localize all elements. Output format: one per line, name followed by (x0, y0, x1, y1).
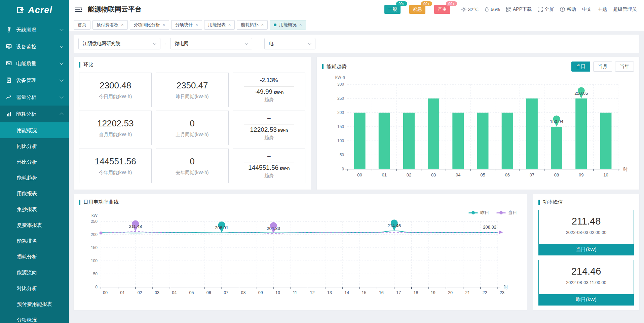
power-peak-panel: 功率峰值 211.48 2022-08-03 02:00:00 当日(kW) 2… (533, 194, 639, 310)
svg-text:211.48: 211.48 (129, 224, 142, 229)
thermometer-icon (6, 27, 12, 33)
sidebar-subitem-能耗排名[interactable]: 能耗排名 (0, 233, 69, 249)
brand-name: Acrel (28, 5, 52, 15)
chevron-up-icon (60, 113, 63, 116)
legend-marker (468, 212, 478, 213)
tab-首页[interactable]: 首页 (74, 20, 90, 30)
tab-close-icon[interactable]: × (228, 23, 231, 27)
alarm-badge-一般[interactable]: 一般99+ (384, 5, 401, 14)
help-link[interactable]: ? 帮助 (560, 6, 576, 12)
svg-text:214.46: 214.46 (387, 223, 401, 228)
network-select[interactable]: 微电网 (170, 38, 252, 49)
sidebar-subitem-能源流向[interactable]: 能源流向 (0, 265, 69, 280)
ring-comparison-panel: 环比 2300.48今日用能(kW·h)2350.47昨日同期(kW·h)-2.… (74, 57, 311, 190)
period-button-当年[interactable]: 当年 (615, 62, 634, 72)
trend-unit: kW·h (278, 128, 288, 133)
peak-time: 2022-08-03 02:00:00 (539, 230, 634, 235)
stat-card: 0上月同期(kW·h) (156, 111, 228, 145)
sidebar-subitem-预付费用能报表[interactable]: 预付费用能报表 (0, 296, 69, 312)
peak-card-today: 211.48 2022-08-03 02:00:00 当日(kW) (538, 210, 634, 255)
sidebar-item-电能质量[interactable]: 电能质量 (0, 55, 69, 72)
sidebar-subitem-同比分析[interactable]: 同比分析 (0, 138, 69, 154)
app-root: Acrel 无线测温设备监控电能质量设备管理需量分析能耗分析用能概况同比分析环比… (0, 0, 644, 323)
device-icon (6, 77, 12, 83)
tab-label: 预付费看板 (97, 22, 118, 28)
sidebar-subitem-复费率报表[interactable]: 复费率报表 (0, 217, 69, 233)
chevron-down-icon (60, 61, 63, 65)
sidebar-item-设备监控[interactable]: 设备监控 (0, 38, 69, 55)
tab-close-icon[interactable]: × (195, 23, 198, 27)
sidebar-item-能耗分析[interactable]: 能耗分析 (0, 106, 69, 122)
sidebar-subitem-集抄报表[interactable]: 集抄报表 (0, 201, 69, 217)
stat-label: 去年同期(kW·h) (176, 170, 209, 176)
user-menu[interactable]: 超级管理员 (613, 6, 637, 12)
alarm-badge-严重[interactable]: 严重99+ (434, 5, 450, 14)
sidebar-subitem-分项概况[interactable]: 分项概况 (0, 312, 69, 323)
period-button-当月[interactable]: 当月 (593, 62, 612, 72)
stat-label: 今日用能(kW·h) (99, 94, 132, 100)
alarm-badge-紧急[interactable]: 紧急99+ (409, 5, 425, 14)
energy-icon (6, 111, 12, 117)
legend-label: 当日 (508, 210, 517, 216)
legend-item-昨日[interactable]: 昨日 (468, 210, 489, 216)
energy-type-select[interactable]: 电 (264, 38, 315, 49)
tab-分项统计[interactable]: 分项统计× (171, 20, 202, 30)
sun-icon (461, 7, 466, 12)
stat-label: 今年用能(kW·h) (99, 170, 132, 176)
svg-text:250: 250 (91, 219, 98, 224)
brand-logo[interactable]: Acrel (0, 0, 69, 20)
stat-label: 当月用能(kW·h) (99, 132, 132, 138)
trend-card: -2.13%-49.99kW·h趋势 (233, 73, 305, 107)
sidebar-subitem-能耗趋势[interactable]: 能耗趋势 (0, 170, 69, 186)
tab-预付费看板[interactable]: 预付费看板× (92, 20, 128, 30)
app-download-link[interactable]: APP下载 (506, 6, 532, 12)
svg-text:00: 00 (103, 290, 108, 295)
sidebar-item-设备管理[interactable]: 设备管理 (0, 72, 69, 89)
language-switch[interactable]: 中文 (582, 6, 592, 12)
tab-close-icon[interactable]: × (163, 23, 165, 27)
legend-item-当日[interactable]: 当日 (496, 210, 517, 216)
power-quality-icon (6, 60, 12, 67)
period-button-当日[interactable]: 当日 (571, 62, 590, 72)
trend-card: --144551.56kW·h趋势 (233, 149, 305, 183)
peak-value: 211.48 (539, 216, 634, 227)
topbar-utilities: 一般99+紧急99+严重99+ 32℃ (384, 5, 637, 14)
filter-bar: 江阴微电网研究院 - 微电网 电 (74, 35, 639, 53)
tab-label: 分项统计 (175, 22, 193, 28)
svg-text:19: 19 (431, 290, 435, 295)
trend-label: 趋势 (264, 97, 274, 103)
tab-close-icon[interactable]: × (261, 23, 264, 27)
tab-close-icon[interactable]: × (299, 23, 302, 27)
svg-text:07: 07 (224, 290, 228, 295)
content: 环比 2300.48今日用能(kW·h)2350.47昨日同期(kW·h)-2.… (69, 53, 644, 310)
svg-text:18: 18 (414, 290, 418, 295)
trend-card: --12202.53kW·h趋势 (233, 111, 305, 145)
sidebar-subitem-对比分析[interactable]: 对比分析 (0, 280, 69, 296)
svg-text:16: 16 (379, 290, 384, 295)
tab-分项同比分析[interactable]: 分项同比分析× (130, 20, 169, 30)
tab-用能概况[interactable]: 用能概况× (270, 20, 306, 30)
menu-collapse-icon[interactable] (75, 6, 82, 12)
tabs-bar: 首页预付费看板×分项同比分析×分项统计×用能报表×能耗拓扑×用能概况× (69, 18, 644, 31)
sidebar-subitem-损耗分析[interactable]: 损耗分析 (0, 249, 69, 265)
chart-legend: 昨日当日 (468, 210, 517, 216)
daily-power-curve-panel: 日用电功率曲线 昨日当日 kW0501001502002500001020304… (74, 194, 527, 310)
chevron-down-icon (60, 27, 63, 31)
svg-text:?: ? (562, 8, 563, 11)
svg-text:00: 00 (357, 172, 362, 177)
sidebar-item-无线测温[interactable]: 无线测温 (0, 22, 69, 38)
tab-用能报表[interactable]: 用能报表× (204, 20, 235, 30)
fullscreen-button[interactable]: 全屏 (538, 6, 554, 12)
energy-trend-panel: 能耗趋势 当日当月当年 kW·h050100150200250300000102… (317, 57, 639, 190)
sidebar-subitem-用能概况[interactable]: 用能概况 (0, 122, 69, 138)
sidebar-subitem-用能报表[interactable]: 用能报表 (0, 186, 69, 201)
sidebar-subitem-环比分析[interactable]: 环比分析 (0, 154, 69, 170)
svg-text:时: 时 (623, 167, 628, 172)
title-accent-bar (79, 62, 80, 68)
theme-switch[interactable]: 主题 (598, 6, 607, 12)
svg-text:250.05: 250.05 (574, 91, 588, 96)
station-select[interactable]: 江阴微电网研究院 (78, 38, 160, 49)
tab-close-icon[interactable]: × (121, 23, 124, 27)
tab-能耗拓扑[interactable]: 能耗拓扑× (237, 20, 268, 30)
sidebar-item-需量分析[interactable]: 需量分析 (0, 89, 69, 106)
